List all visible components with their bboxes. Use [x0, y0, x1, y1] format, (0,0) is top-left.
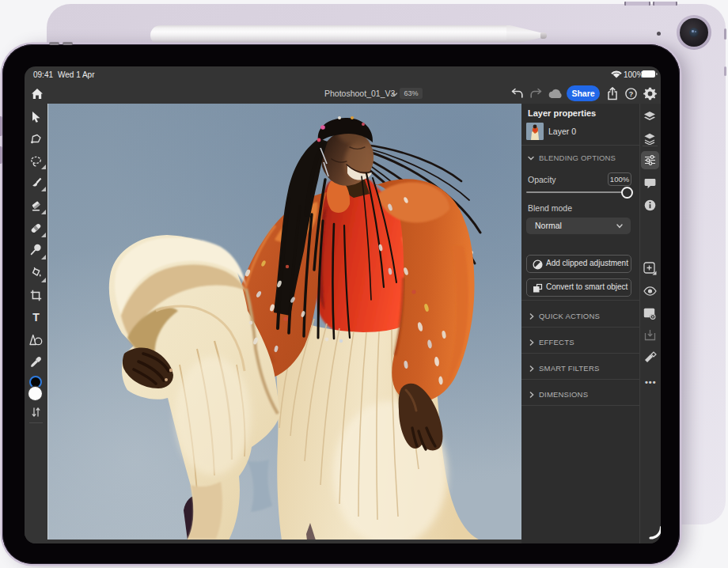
svg-text:?: ?	[629, 90, 634, 98]
